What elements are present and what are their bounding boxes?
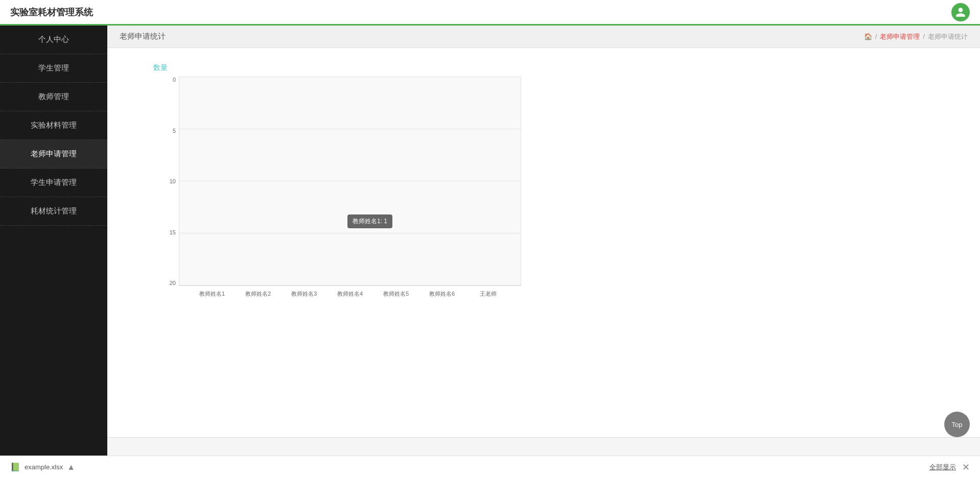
main-content: 老师申请统计 🏠 / 老师申请管理 / 老师申请统计 数量 20 15 10 [107,26,980,456]
file-icon: 📗 [10,462,20,472]
scroll-top-button[interactable]: Top [944,412,970,437]
x-label-0: 教师姓名1 [189,290,235,298]
y-label-0: 0 [173,77,176,83]
y-label-10: 10 [170,178,176,184]
y-label-15: 15 [170,229,176,235]
app-title: 实验室耗材管理系统 [10,6,93,18]
page-header: 老师申请统计 🏠 / 老师申请管理 / 老师申请统计 [107,26,980,48]
sidebar-item-student-management[interactable]: 学生管理 [0,54,107,83]
chart-area: 20 15 10 5 0 [153,77,521,301]
download-file-info: 📗 example.xlsx ▲ [10,462,75,472]
main-layout: 个人中心 学生管理 教师管理 实验材料管理 老师申请管理 学生申请管理 耗材统计… [0,26,980,456]
sidebar-item-consumables-statistics[interactable]: 耗材统计管理 [0,197,107,226]
sidebar-item-teacher-management[interactable]: 教师管理 [0,83,107,111]
download-actions: 全部显示 ✕ [929,462,970,473]
x-label-1: 教师姓名2 [235,290,281,298]
x-label-4: 教师姓名5 [373,290,419,298]
y-axis: 20 15 10 5 0 [153,77,179,286]
show-all-button[interactable]: 全部显示 [929,463,956,472]
header: 实验室耗材管理系统 [0,0,980,26]
chart-container: 数量 20 15 10 5 0 [123,58,965,306]
close-download-button[interactable]: ✕ [962,462,970,473]
breadcrumb-current: 老师申请统计 [928,32,968,41]
download-bar: 📗 example.xlsx ▲ 全部显示 ✕ [0,456,980,478]
breadcrumb-parent[interactable]: 老师申请管理 [880,32,920,41]
x-labels: 教师姓名1教师姓名2教师姓名3教师姓名4教师姓名5教师姓名6王老师 [179,286,521,301]
breadcrumb: 🏠 / 老师申请管理 / 老师申请统计 [864,32,968,41]
x-label-2: 教师姓名3 [281,290,327,298]
y-label-20: 20 [170,280,176,286]
bars-area [179,77,521,286]
expand-download-button[interactable]: ▲ [67,463,75,472]
sidebar: 个人中心 学生管理 教师管理 实验材料管理 老师申请管理 学生申请管理 耗材统计… [0,26,107,456]
chart-y-label: 数量 [153,63,954,73]
y-label-5: 5 [173,128,176,134]
sidebar-item-material-management[interactable]: 实验材料管理 [0,111,107,140]
content-area: 数量 20 15 10 5 0 [107,48,980,437]
user-avatar[interactable] [951,3,970,21]
download-file-name: example.xlsx [25,463,63,471]
sidebar-item-teacher-application[interactable]: 老师申请管理 [0,140,107,169]
breadcrumb-home[interactable]: 🏠 [864,33,872,40]
sidebar-item-personal-center[interactable]: 个人中心 [0,26,107,54]
page-title: 老师申请统计 [120,32,166,41]
x-label-6: 王老师 [465,290,511,298]
sidebar-item-student-application[interactable]: 学生申请管理 [0,169,107,197]
x-label-5: 教师姓名6 [419,290,465,298]
x-label-3: 教师姓名4 [327,290,373,298]
bottom-bar [107,437,980,456]
